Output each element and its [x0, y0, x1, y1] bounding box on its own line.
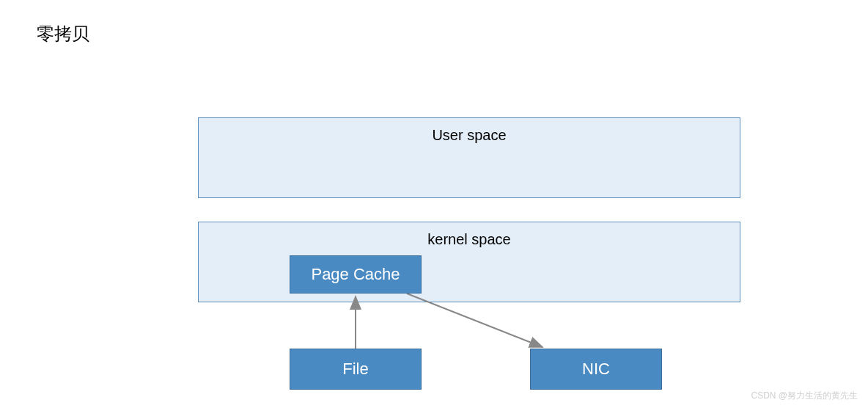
kernel-space-box: kernel space [198, 222, 740, 302]
arrows-layer [0, 0, 868, 408]
user-space-box: User space [198, 117, 740, 198]
file-box: File [290, 349, 422, 390]
nic-label: NIC [582, 360, 610, 379]
nic-box: NIC [530, 349, 662, 390]
page-cache-box: Page Cache [290, 255, 422, 294]
user-space-label: User space [432, 127, 506, 143]
page-cache-label: Page Cache [311, 265, 400, 284]
kernel-space-label: kernel space [427, 231, 510, 247]
diagram-title: 零拷贝 [37, 22, 89, 45]
file-label: File [342, 360, 368, 379]
watermark: CSDN @努力生活的黄先生 [751, 390, 858, 402]
